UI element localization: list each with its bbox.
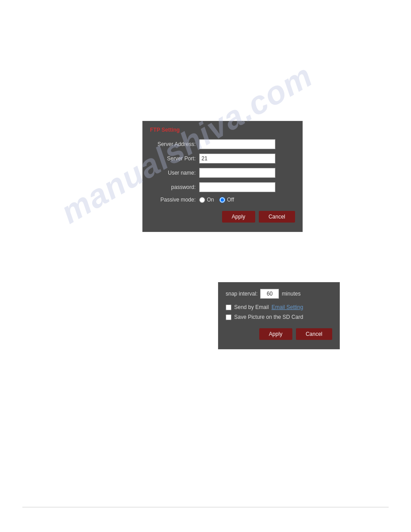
server-address-label: Server Address:: [150, 141, 199, 147]
snap-interval-unit: minutes: [282, 291, 300, 297]
passive-on-label: On: [207, 197, 214, 203]
send-by-email-checkbox[interactable]: [226, 305, 231, 310]
server-address-input[interactable]: [199, 139, 275, 149]
passive-mode-row: Passive mode: On Off: [150, 197, 295, 203]
save-picture-row: Save Picture on the SD Card: [226, 314, 332, 320]
password-label: password:: [150, 184, 199, 190]
send-by-email-row: Send by Email Email Setting: [226, 304, 332, 310]
snap-interval-dialog: snap interval: minutes Send by Email Ema…: [218, 282, 340, 349]
passive-on-option[interactable]: On: [199, 197, 214, 203]
snap-interval-input[interactable]: [260, 289, 279, 299]
password-input[interactable]: [199, 182, 275, 192]
ftp-dialog-title: FTP Setting: [150, 127, 295, 133]
snap-buttons: Apply Cancel: [226, 328, 332, 340]
server-port-label: Server Port:: [150, 155, 199, 162]
snap-apply-button[interactable]: Apply: [259, 328, 292, 340]
send-by-email-label: Send by Email: [234, 304, 269, 310]
ftp-buttons: Apply Cancel: [150, 211, 295, 223]
snap-cancel-button[interactable]: Cancel: [296, 328, 332, 340]
save-picture-checkbox[interactable]: [226, 314, 231, 320]
save-picture-label: Save Picture on the SD Card: [234, 314, 303, 320]
passive-off-radio[interactable]: [219, 197, 225, 203]
server-port-row: Server Port:: [150, 154, 295, 163]
passive-on-radio[interactable]: [199, 197, 205, 203]
server-port-input[interactable]: [199, 154, 275, 163]
passive-off-label: Off: [227, 197, 234, 203]
username-row: User name:: [150, 168, 295, 178]
username-label: User name:: [150, 170, 199, 176]
passive-off-option[interactable]: Off: [219, 197, 234, 203]
email-setting-link[interactable]: Email Setting: [271, 304, 303, 310]
snap-interval-row: snap interval: minutes: [226, 289, 332, 299]
username-input[interactable]: [199, 168, 275, 178]
ftp-apply-button[interactable]: Apply: [222, 211, 255, 223]
passive-mode-label: Passive mode:: [150, 197, 199, 203]
server-address-row: Server Address:: [150, 139, 295, 149]
bottom-divider: [22, 507, 389, 507]
passive-mode-radio-group: On Off: [199, 197, 234, 203]
snap-interval-label: snap interval:: [226, 291, 257, 297]
password-row: password:: [150, 182, 295, 192]
ftp-cancel-button[interactable]: Cancel: [259, 211, 295, 223]
ftp-setting-dialog: FTP Setting Server Address: Server Port:…: [142, 121, 303, 232]
